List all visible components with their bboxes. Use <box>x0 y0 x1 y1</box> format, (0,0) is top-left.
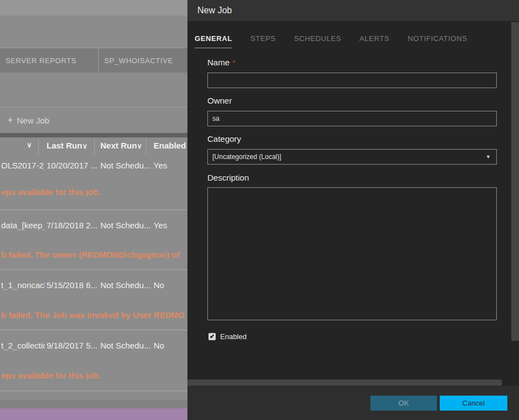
dialog-body: Name* Owner Category [Uncategorized (Loc… <box>187 53 511 379</box>
column-header-last-run[interactable]: Last Run∨ <box>47 141 88 150</box>
sort-chevron-icon[interactable]: ∨ <box>27 141 32 149</box>
background-titlebar <box>0 0 187 16</box>
jobs-table-header: ∨ Last Run∨ Next Run∨ Enabled <box>0 137 187 156</box>
tab-schedules[interactable]: SCHEDULES <box>294 34 341 48</box>
dialog-footer: OK Cancel <box>187 386 519 420</box>
table-row[interactable]: t_2_collectic 9/18/2017 5... Not Schedu.… <box>0 330 187 360</box>
tab-label: SP_WHOISACTIVE <box>104 57 173 65</box>
job-error-message: b failed. The owner (REDMOND\chgagnon) o… <box>0 240 187 270</box>
job-name-cell: data_[keep_ <box>1 221 45 230</box>
enabled-checkbox-row: ✔ Enabled <box>208 332 247 341</box>
sort-chevron-icon: ∨ <box>137 142 143 150</box>
checkmark-icon: ✔ <box>210 334 215 340</box>
next-run-cell: Not Schedu... <box>100 161 152 170</box>
background-toolbar-area <box>0 16 187 48</box>
horizontal-scrollbar[interactable] <box>187 380 502 386</box>
job-name-cell: OLS2017-2_ <box>1 161 45 170</box>
owner-label: Owner <box>207 96 232 105</box>
job-error-message: b failed. The Job was invoked by User RE… <box>0 300 187 330</box>
next-run-cell: Not Schedu... <box>100 221 152 230</box>
enabled-cell: Yes <box>154 221 187 230</box>
column-label: Enabled <box>154 141 186 150</box>
enabled-checkbox[interactable]: ✔ <box>208 333 216 340</box>
ok-button[interactable]: OK <box>370 396 437 411</box>
column-divider <box>38 139 39 155</box>
column-header-enabled[interactable]: Enabled <box>154 141 186 150</box>
new-job-dialog: New Job GENERAL STEPS SCHEDULES ALERTS N… <box>187 0 519 420</box>
column-divider <box>146 139 146 155</box>
new-job-button[interactable]: + New Job <box>0 107 187 133</box>
name-label: Name* <box>207 58 235 67</box>
dialog-tab-bar: GENERAL STEPS SCHEDULES ALERTS NOTIFICAT… <box>187 21 519 53</box>
grid-top-divider <box>0 133 187 137</box>
tab-notifications[interactable]: NOTIFICATIONS <box>408 34 467 48</box>
background-spacer <box>0 73 187 107</box>
description-label: Description <box>207 173 249 182</box>
chevron-down-icon: ▼ <box>486 154 491 160</box>
column-divider <box>94 139 95 155</box>
category-label: Category <box>207 134 241 144</box>
job-name-cell: t_1_noncach <box>1 280 45 290</box>
plus-icon: + <box>7 115 13 126</box>
dialog-header: New Job <box>187 0 519 21</box>
job-name-cell: t_2_collectic <box>1 341 45 350</box>
name-input[interactable] <box>207 73 497 88</box>
job-error-message: eps available for this job. <box>0 175 187 210</box>
tab-label: SERVER REPORTS <box>6 57 77 65</box>
category-selected-value: [Uncategorized (Local)] <box>212 153 281 161</box>
background-spacer <box>0 391 187 400</box>
tab-server-reports[interactable]: SERVER REPORTS <box>0 48 99 73</box>
background-jobs-view: SERVER REPORTS SP_WHOISACTIVE + New Job … <box>0 0 187 420</box>
last-run-cell: 9/18/2017 5... <box>47 341 99 350</box>
tab-sp-whoisactive[interactable]: SP_WHOISACTIVE <box>99 48 179 73</box>
tab-alerts[interactable]: ALERTS <box>359 34 389 48</box>
enabled-cell: No <box>154 280 187 290</box>
app-window: SERVER REPORTS SP_WHOISACTIVE + New Job … <box>0 0 519 420</box>
tab-general[interactable]: GENERAL <box>195 34 232 48</box>
job-error-message: eps available for this job. <box>0 360 187 391</box>
tab-steps[interactable]: STEPS <box>251 34 276 48</box>
status-bar <box>0 408 187 420</box>
last-run-cell: 7/18/2018 2... <box>47 221 99 230</box>
cancel-button[interactable]: Cancel <box>440 396 507 411</box>
table-row[interactable]: data_[keep_ 7/18/2018 2... Not Schedu...… <box>0 210 187 240</box>
enabled-cell: No <box>154 341 187 350</box>
column-label: Last Run <box>47 141 82 150</box>
enabled-cell: Yes <box>154 161 187 170</box>
table-row[interactable]: t_1_noncach 5/15/2018 6... Not Schedu...… <box>0 270 187 300</box>
new-job-button-label: New Job <box>17 116 49 125</box>
sort-chevron-icon: ∨ <box>82 142 88 150</box>
table-row[interactable]: OLS2017-2_ 10/20/2017 ... Not Schedu... … <box>0 156 187 175</box>
dialog-title: New Job <box>197 6 232 16</box>
next-run-cell: Not Schedu... <box>100 280 152 290</box>
required-asterisk: * <box>232 58 235 67</box>
last-run-cell: 5/15/2018 6... <box>47 280 99 290</box>
column-header-next-run[interactable]: Next Run∨ <box>100 141 142 150</box>
next-run-cell: Not Schedu... <box>100 341 152 350</box>
column-label: Next Run <box>100 141 137 150</box>
label-text: Name <box>207 58 230 67</box>
editor-tab-bar: SERVER REPORTS SP_WHOISACTIVE <box>0 48 187 73</box>
vertical-scrollbar[interactable] <box>511 22 519 341</box>
category-select[interactable]: [Uncategorized (Local)] ▼ <box>207 149 497 165</box>
last-run-cell: 10/20/2017 ... <box>47 161 99 170</box>
background-panel-edge <box>0 400 187 408</box>
enabled-checkbox-label: Enabled <box>220 332 247 341</box>
description-textarea[interactable] <box>207 187 497 320</box>
owner-input[interactable] <box>207 111 497 126</box>
